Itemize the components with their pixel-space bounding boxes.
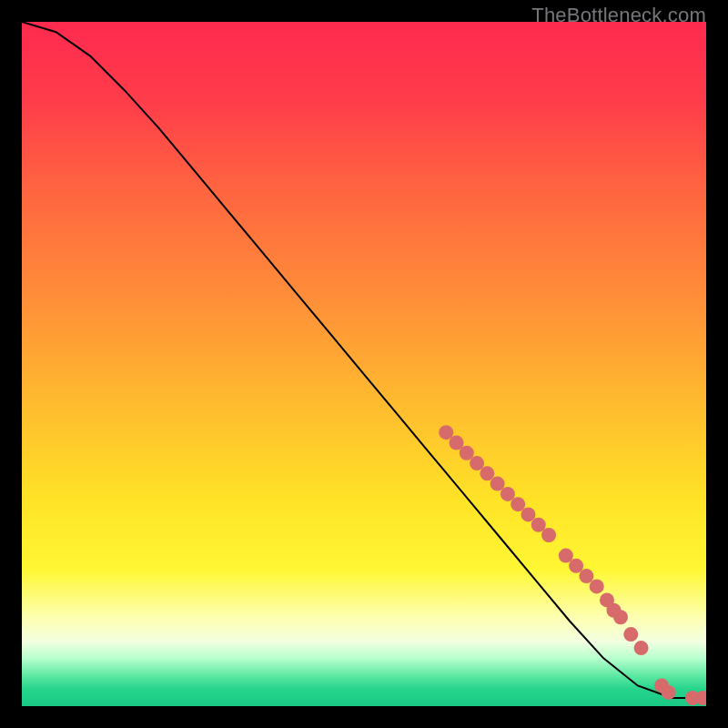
highlight-dot	[511, 497, 525, 511]
highlight-dot	[531, 518, 546, 532]
chart-plot	[22, 22, 706, 706]
highlight-dot	[460, 446, 474, 460]
highlight-dot	[559, 549, 573, 563]
highlight-dot	[623, 627, 638, 642]
highlight-dot	[541, 528, 556, 542]
highlight-dot	[521, 507, 535, 521]
highlight-dot	[480, 466, 494, 480]
highlight-dot	[569, 559, 583, 573]
watermark-text: TheBottleneck.com	[531, 4, 706, 27]
highlight-dot	[579, 569, 593, 583]
chart-area	[22, 22, 706, 706]
highlight-dots	[439, 425, 706, 705]
highlight-dot	[439, 425, 453, 440]
highlight-dot	[450, 435, 464, 450]
highlight-dot	[662, 685, 676, 700]
highlight-dot	[590, 579, 604, 593]
highlight-dot	[500, 487, 515, 501]
highlight-dot	[613, 610, 628, 624]
highlight-dot	[470, 456, 484, 470]
highlight-dot	[634, 641, 649, 655]
highlight-dot	[490, 477, 505, 491]
